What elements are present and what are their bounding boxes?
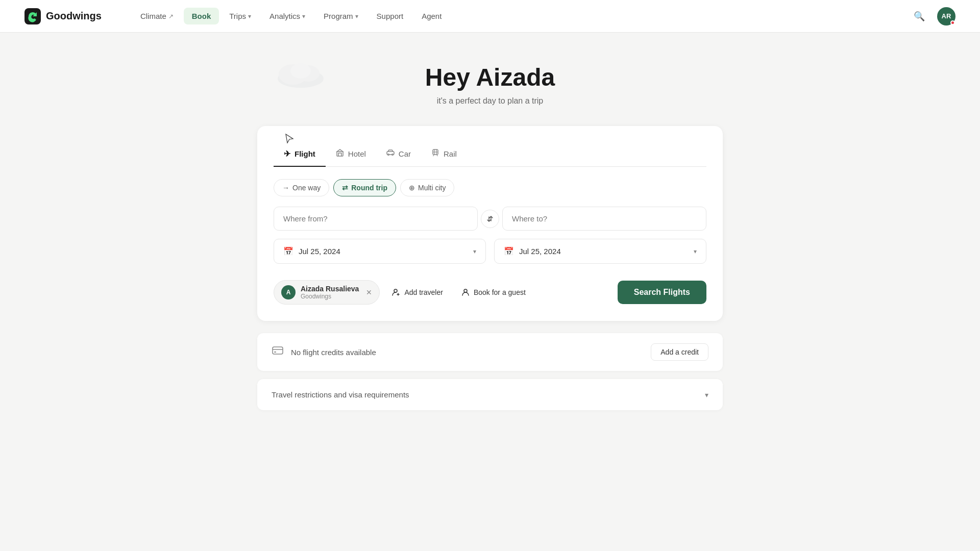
book-for-guest-button[interactable]: Book for a guest: [455, 284, 532, 300]
hero-section: Hey Aizada it's a perfect day to plan a …: [257, 63, 723, 106]
booking-bottom-row: A Aizada Rusalieva Goodwings ✕ Add trave…: [274, 280, 706, 305]
add-credit-button[interactable]: Add a credit: [651, 343, 708, 361]
credits-card: No flight credits available Add a credit: [257, 333, 723, 371]
chevron-down-icon: ▾: [302, 13, 305, 20]
chevron-down-icon: ▾: [473, 248, 476, 255]
chevron-down-icon: ▾: [694, 248, 697, 255]
calendar-icon: 📅: [504, 246, 514, 256]
nav-item-climate[interactable]: Climate ↗: [132, 8, 182, 24]
search-flights-button[interactable]: Search Flights: [618, 281, 706, 304]
one-way-button[interactable]: → One way: [274, 179, 329, 196]
traveler-company: Goodwings: [301, 293, 359, 300]
svg-rect-5: [337, 152, 343, 156]
main-content: Hey Aizada it's a perfect day to plan a …: [245, 33, 735, 431]
nav-item-program[interactable]: Program ▾: [315, 8, 366, 24]
nav-item-agent[interactable]: Agent: [413, 8, 450, 24]
date-selection-row: 📅 Jul 25, 2024 ▾ 📅 Jul 25, 2024 ▾: [274, 239, 706, 264]
notification-dot: [950, 20, 955, 25]
calendar-icon: 📅: [283, 246, 293, 256]
search-button[interactable]: 🔍: [910, 7, 929, 26]
credits-message: No flight credits available: [291, 348, 644, 357]
hero-cloud-decoration: [273, 58, 334, 91]
restrictions-label: Travel restrictions and visa requirement…: [272, 390, 409, 399]
remove-traveler-button[interactable]: ✕: [366, 288, 372, 296]
where-to-input[interactable]: [502, 207, 706, 231]
multi-city-icon: ⊕: [409, 184, 415, 192]
svg-rect-12: [273, 347, 283, 354]
nav-item-analytics[interactable]: Analytics ▾: [261, 8, 313, 24]
brand-name: Goodwings: [46, 10, 102, 22]
svg-point-11: [464, 289, 467, 292]
location-search-row: [274, 207, 706, 231]
hotel-icon: [336, 148, 344, 159]
hero-subtitle: it's a perfect day to plan a trip: [257, 96, 723, 106]
traveler-avatar: A: [281, 285, 296, 299]
trip-type-selector: → One way ⇄ Round trip ⊕ Multi city: [274, 179, 706, 196]
tab-car[interactable]: Car: [376, 142, 421, 167]
chevron-down-icon: ▾: [248, 13, 251, 20]
round-trip-icon: ⇄: [342, 184, 348, 192]
flight-icon: ✈: [284, 149, 290, 159]
rail-icon: [431, 148, 439, 159]
booking-card: ✈ Flight Hotel Car Rail: [257, 126, 723, 321]
booking-tabs: ✈ Flight Hotel Car Rail: [274, 142, 706, 167]
tab-flight[interactable]: ✈ Flight: [274, 142, 326, 167]
credits-icon: [272, 344, 284, 360]
nav-item-trips[interactable]: Trips ▾: [221, 8, 259, 24]
where-from-input[interactable]: [274, 207, 478, 231]
svg-point-10: [394, 289, 397, 292]
departure-date-value: Jul 25, 2024: [299, 247, 468, 256]
avatar[interactable]: AR: [937, 7, 955, 26]
return-date-value: Jul 25, 2024: [519, 247, 689, 256]
car-icon: [386, 148, 395, 159]
nav-item-book[interactable]: Book: [184, 8, 219, 24]
nav-menu: Climate ↗ Book Trips ▾ Analytics ▾ Progr…: [132, 8, 910, 24]
add-person-icon: [392, 288, 400, 296]
round-trip-button[interactable]: ⇄ Round trip: [333, 179, 396, 196]
guest-icon: [461, 288, 470, 296]
traveler-name: Aizada Rusalieva: [301, 285, 359, 293]
one-way-icon: →: [282, 184, 289, 192]
navbar: Goodwings Climate ↗ Book Trips ▾ Analyti…: [0, 0, 980, 33]
swap-locations-button[interactable]: [481, 210, 499, 228]
external-link-icon: ↗: [168, 13, 174, 20]
navbar-right: 🔍 AR: [910, 7, 955, 26]
restrictions-card[interactable]: Travel restrictions and visa requirement…: [257, 379, 723, 410]
svg-rect-13: [274, 352, 276, 353]
multi-city-button[interactable]: ⊕ Multi city: [400, 179, 454, 196]
traveler-info: Aizada Rusalieva Goodwings: [301, 285, 359, 300]
logo-icon: [24, 8, 41, 24]
chevron-down-icon: ▾: [355, 13, 358, 20]
logo[interactable]: Goodwings: [24, 8, 102, 24]
traveler-chip: A Aizada Rusalieva Goodwings ✕: [274, 280, 380, 305]
chevron-down-icon: ▾: [705, 391, 708, 399]
return-date-picker[interactable]: 📅 Jul 25, 2024 ▾: [494, 239, 706, 264]
tab-rail[interactable]: Rail: [421, 142, 467, 167]
svg-point-4: [290, 63, 311, 79]
departure-date-picker[interactable]: 📅 Jul 25, 2024 ▾: [274, 239, 486, 264]
tab-hotel[interactable]: Hotel: [326, 142, 376, 167]
add-traveler-button[interactable]: Add traveler: [386, 284, 449, 300]
nav-item-support[interactable]: Support: [369, 8, 412, 24]
